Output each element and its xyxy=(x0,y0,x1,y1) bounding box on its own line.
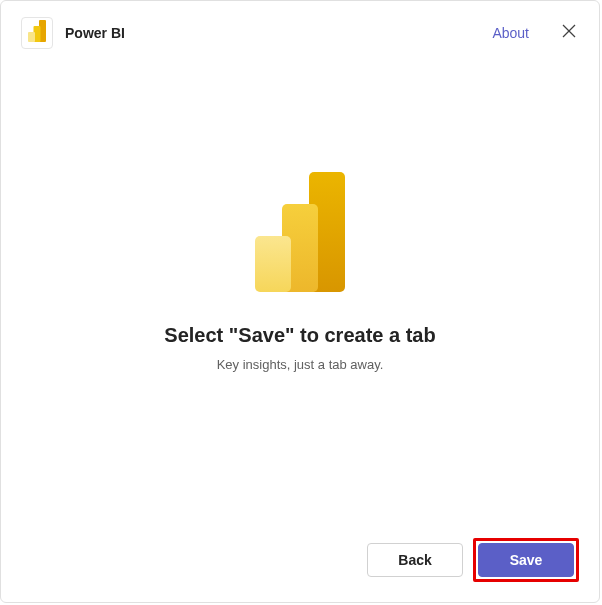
content-heading: Select "Save" to create a tab xyxy=(164,324,435,347)
close-icon xyxy=(562,24,576,42)
power-bi-icon xyxy=(28,20,46,46)
dialog-content: Select "Save" to create a tab Key insigh… xyxy=(1,61,599,522)
close-button[interactable] xyxy=(559,23,579,43)
back-button[interactable]: Back xyxy=(367,543,463,577)
about-link[interactable]: About xyxy=(492,25,529,41)
svg-rect-7 xyxy=(255,236,291,292)
power-bi-hero-icon xyxy=(255,172,345,296)
save-button[interactable]: Save xyxy=(478,543,574,577)
svg-rect-2 xyxy=(28,32,35,42)
dialog-footer: Back Save xyxy=(1,522,599,602)
dialog-header: Power BI About xyxy=(1,1,599,61)
dialog: Power BI About xyxy=(0,0,600,603)
app-icon-container xyxy=(21,17,53,49)
save-button-highlight: Save xyxy=(473,538,579,582)
content-subheading: Key insights, just a tab away. xyxy=(217,357,384,372)
app-title: Power BI xyxy=(65,25,480,41)
